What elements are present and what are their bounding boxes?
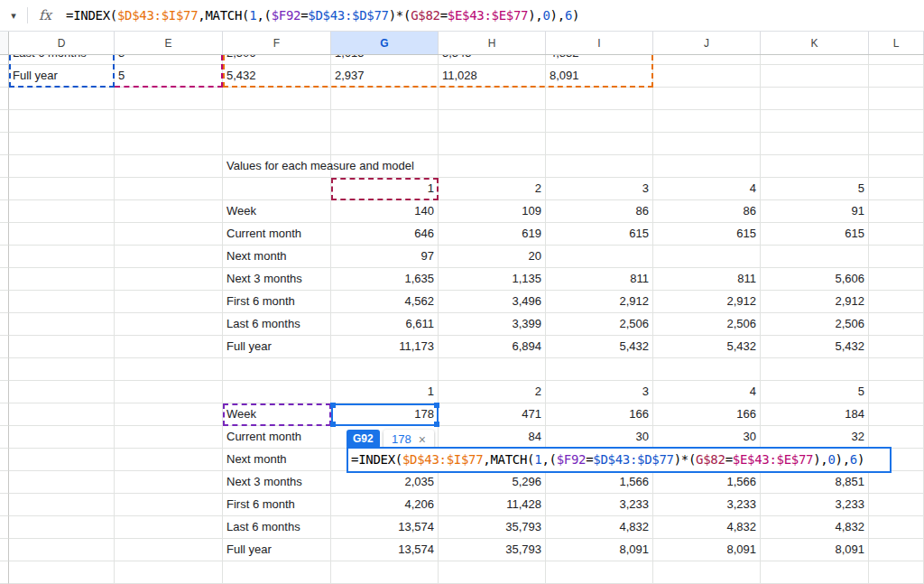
cell-F[interactable]: Next 3 months	[223, 268, 331, 291]
cell-F[interactable]	[223, 358, 331, 381]
cell-K[interactable]: 5,432	[761, 336, 869, 358]
cell-I[interactable]	[546, 358, 653, 381]
cell-I[interactable]: 166	[546, 403, 653, 426]
cell-J[interactable]: 811	[653, 268, 761, 291]
cell-J[interactable]	[653, 155, 761, 178]
cell-I[interactable]: 1,566	[546, 471, 653, 494]
cell-H[interactable]	[439, 561, 546, 584]
cell-I[interactable]: 86	[546, 200, 653, 223]
cell-E[interactable]	[115, 178, 223, 200]
cell-G[interactable]: 1	[331, 178, 439, 200]
cell-L[interactable]	[869, 313, 924, 336]
cell-K[interactable]	[761, 155, 869, 178]
cell-E[interactable]	[115, 561, 223, 584]
cell-J[interactable]	[653, 358, 761, 381]
cell-D[interactable]	[9, 246, 115, 268]
cell-D[interactable]: Full year	[9, 65, 115, 88]
cell-K[interactable]: 2,506	[761, 313, 869, 336]
cell-G[interactable]	[331, 133, 439, 155]
cell-F[interactable]: Full year	[223, 336, 331, 358]
cell-D[interactable]	[9, 200, 115, 223]
cell-E[interactable]: 3	[115, 55, 223, 65]
cell-F[interactable]: 5,432	[223, 65, 331, 88]
cell-F[interactable]: Last 6 months	[223, 516, 331, 539]
cell-I[interactable]: 811	[546, 268, 653, 291]
cell-E[interactable]	[115, 246, 223, 268]
cell-L[interactable]	[869, 155, 924, 178]
cell-J[interactable]: 1,566	[653, 471, 761, 494]
cell-F[interactable]: 2,506	[223, 55, 331, 65]
cell-E[interactable]	[115, 403, 223, 426]
column-header-H[interactable]: H	[439, 32, 546, 54]
cell-J[interactable]: 8,091	[653, 539, 761, 561]
column-header-L[interactable]: L	[869, 32, 924, 54]
cell-G[interactable]: 13,574	[331, 516, 439, 539]
cell-G[interactable]: 1	[331, 381, 439, 403]
cell-G[interactable]	[331, 88, 439, 110]
cell-D[interactable]	[9, 471, 115, 494]
cell-E[interactable]	[115, 494, 223, 516]
cell-G[interactable]: 2,937	[331, 65, 439, 88]
cell-J[interactable]: 3,233	[653, 494, 761, 516]
cell-F[interactable]	[223, 110, 331, 133]
cell-L[interactable]	[869, 178, 924, 200]
cell-F[interactable]: Current month	[223, 223, 331, 246]
cell-E[interactable]	[115, 223, 223, 246]
cell-I[interactable]: 3	[546, 178, 653, 200]
cell-J[interactable]: 2,506	[653, 313, 761, 336]
cell-E[interactable]	[115, 381, 223, 403]
cell-I[interactable]	[546, 133, 653, 155]
cell-I[interactable]	[546, 246, 653, 268]
cell-E[interactable]	[115, 88, 223, 110]
cell-E[interactable]	[115, 291, 223, 313]
cell-G[interactable]: 140	[331, 200, 439, 223]
cell-L[interactable]	[869, 358, 924, 381]
cell-K[interactable]: 615	[761, 223, 869, 246]
cell-J[interactable]	[653, 110, 761, 133]
cell-E[interactable]	[115, 539, 223, 561]
cell-H[interactable]	[439, 110, 546, 133]
cell-G[interactable]: 97	[331, 246, 439, 268]
cell-F[interactable]	[223, 381, 331, 403]
cell-J[interactable]: 4	[653, 178, 761, 200]
cell-J[interactable]	[653, 55, 761, 65]
cell-L[interactable]	[869, 516, 924, 539]
cell-I[interactable]: 3	[546, 381, 653, 403]
cell-E[interactable]	[115, 200, 223, 223]
cell-F[interactable]	[223, 88, 331, 110]
column-header-J[interactable]: J	[653, 32, 761, 54]
cell-H[interactable]	[439, 155, 546, 178]
cell-F[interactable]	[223, 133, 331, 155]
cell-K[interactable]	[761, 133, 869, 155]
formula-input[interactable]: =INDEX($D$43:$I$77,MATCH(1,($F92=$D$43:$…	[66, 8, 924, 23]
cell-L[interactable]	[869, 133, 924, 155]
cell-I[interactable]: 4,832	[546, 516, 653, 539]
name-box-caret-icon[interactable]: ▾	[0, 10, 27, 22]
cell-L[interactable]	[869, 246, 924, 268]
cell-H[interactable]: 1,135	[439, 268, 546, 291]
cell-L[interactable]	[869, 88, 924, 110]
cell-I[interactable]: 3,233	[546, 494, 653, 516]
column-header-G[interactable]: G	[331, 32, 439, 54]
cell-J[interactable]: 615	[653, 223, 761, 246]
cell-D[interactable]	[9, 381, 115, 403]
cell-J[interactable]: 30	[653, 426, 761, 449]
cell-E[interactable]	[115, 471, 223, 494]
cell-K[interactable]	[761, 55, 869, 65]
cell-K[interactable]	[761, 358, 869, 381]
cell-F[interactable]: Next month	[223, 246, 331, 268]
cell-I[interactable]: 4,832	[546, 55, 653, 65]
cell-F[interactable]: Values for each measure and model	[223, 155, 331, 178]
cell-E[interactable]: 5	[115, 65, 223, 88]
cell-D[interactable]	[9, 358, 115, 381]
cell-E[interactable]	[115, 133, 223, 155]
cell-D[interactable]	[9, 110, 115, 133]
cell-I[interactable]: 8,091	[546, 65, 653, 88]
cell-K[interactable]	[761, 65, 869, 88]
cell-H[interactable]: 3,496	[439, 291, 546, 313]
cell-L[interactable]	[869, 268, 924, 291]
cell-J[interactable]: 4,832	[653, 516, 761, 539]
cell-F[interactable]: Next 3 months	[223, 471, 331, 494]
cell-D[interactable]	[9, 88, 115, 110]
cell-I[interactable]	[546, 561, 653, 584]
